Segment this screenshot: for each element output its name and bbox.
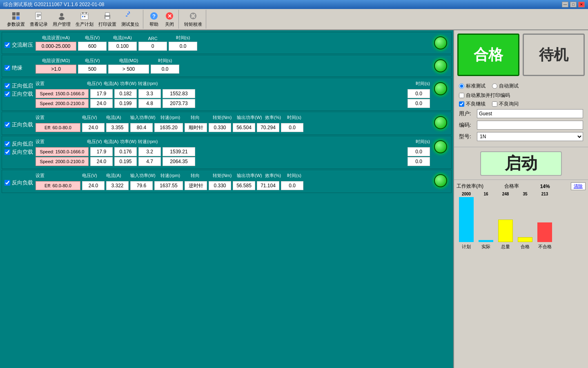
ac-voltage-checkbox-group: 交流耐压 [4,41,33,49]
fl-time-val: 0.0 [281,123,303,132]
fl-speed-val: 1635.20 [154,123,183,132]
insulation-led [434,59,447,72]
rload-dir-val: 逆时针 [185,181,207,190]
rl-speed-label: 转速(rpm) [138,139,158,145]
code-input[interactable] [477,121,583,130]
pass-button[interactable]: 合格 [457,34,519,76]
help-button[interactable]: ? 帮助 [147,10,161,29]
toolbar-group-calibrate: 转矩校准 [180,10,206,29]
records-button[interactable]: 查看记录 [28,10,50,29]
ac-voltage-label2: 电压(V) [85,35,100,41]
minimize-button[interactable]: — [562,2,568,7]
plan-button[interactable]: 生产计划 [74,10,96,29]
forward-low-checkboxes: 正向低启 正向空载 [4,82,33,98]
ac-voltage-checkbox[interactable] [4,42,10,48]
reverse-low-led [434,140,447,153]
stats-clear-button[interactable]: 清除 [571,182,586,190]
help-icon: ? [149,11,159,21]
reverse-low-cb2: 反向空载 [4,148,33,156]
user-input[interactable]: Guest [477,109,583,118]
bar-total-fill [498,220,513,242]
defect-query-checkbox[interactable] [492,101,497,107]
ac-current-setting-col: 电流设置(mA) 0.000-25.000 [36,35,76,51]
forward-low-checkbox[interactable] [4,83,10,89]
test-panel: 交流耐压 电流设置(mA) 0.000-25.000 电压(V) 600 [0,30,453,368]
auto-test-radio-item: 自动测试 [492,83,519,90]
reverse-noload-checkbox[interactable] [4,149,10,155]
rload-speed-lbl: 转速(rpm) [160,173,189,179]
auto-test-radio[interactable] [492,83,497,89]
fl-torque-val: 0.330 [209,123,231,132]
ac-time-value: 0.0 [169,42,197,51]
ac-voltage-section: 交流耐压 电流设置(mA) 0.000-25.000 电压(V) 600 [2,32,452,54]
rl-current-header: 电流(A) [104,139,119,146]
standard-test-label: 标准测试 [466,83,486,90]
insulation-row: 电阻设置(MΩ) >1.0 电压(V) 500 电阻(MΩ) > 500 时 [36,58,430,74]
auto-accumulate-checkbox[interactable] [459,93,464,98]
rload-setting-lbl: 设置 [36,173,80,179]
forward-low-power-header: 功率(W) [120,81,136,88]
rload-torque-val: 0.330 [209,181,231,190]
fl-current-val: 3.355 [106,123,129,132]
maximize-button[interactable]: □ [570,2,577,7]
rl-time-label: 时间(s) [416,139,430,145]
pass-rate-label: 合格率 [504,183,519,190]
insulation-checkbox[interactable] [4,65,10,71]
restore-button[interactable]: 测试复位 [119,10,141,29]
defect-continue-checkbox[interactable] [459,101,464,107]
forward-low-voltage2: 24.0 [90,99,113,108]
svg-point-8 [60,13,63,16]
forward-low-time1: 0.0 [408,89,430,98]
status-buttons-area: 合格 待机 [454,30,588,79]
calibrate-label: 转矩校准 [184,21,202,27]
print-button[interactable]: 打印设置 [96,10,118,29]
reverse-low-header: 反向低启 反向空载 设置 电压(V) [4,139,449,166]
ac-arc-value: 0 [138,42,167,51]
rload-input-power-lbl: 输入功率(W) [130,173,159,179]
users-button[interactable]: 用户管理 [51,10,73,29]
forward-noload-label: 正向空载 [12,90,33,98]
forward-load-checkbox[interactable] [4,122,10,128]
close-button[interactable]: ✕ 关闭 [162,10,177,29]
bar-plan-bar [458,197,474,242]
insulation-header: 绝缘 电阻设置(MΩ) >1.0 电压(V) 500 电阻(MΩ) [4,58,449,74]
standard-test-radio[interactable] [459,83,464,89]
forward-low-data: 设置 电压(V) 电流(A) 功率(W) 转速(rpm) [36,81,430,108]
forward-noload-checkbox[interactable] [4,91,10,97]
svg-rect-0 [12,12,16,16]
forward-low-cb1: 正向低启 [4,82,33,90]
forward-low-labels-row: 设置 电压(V) 电流(A) 功率(W) 转速(rpm) [36,81,430,88]
standby-button[interactable]: 待机 [523,34,585,76]
close-window-button[interactable]: ✕ [578,2,585,7]
forward-low-current-header: 电流(A) [104,81,119,88]
defect-query-row: 不良询问 [492,101,519,108]
fl-time-lbl: 时间(s) [287,114,307,121]
svg-rect-2 [12,16,16,20]
insulation-label: 绝缘 [12,64,22,72]
settings-button[interactable]: 参数设置 [5,10,27,29]
rl-setting-label: 设置 [36,139,45,145]
forward-low-time-header: 时间(s) [416,81,430,88]
forward-low-time2: 0.0 [408,99,430,108]
model-select[interactable]: 1N [477,132,583,141]
forward-low-power2: 4.8 [138,99,161,108]
reverse-low-row2: Speed: 2000.0-2100.0 24.0 0.195 4.7 2064… [36,157,430,166]
bar-pass-bar [517,197,533,242]
options-panel: 标准测试 自动测试 自动累加并打印编码 不良继续 [454,79,588,147]
insulation-time-label: 时间(s) [158,58,172,64]
insulation-data: 电阻设置(MΩ) >1.0 电压(V) 500 电阻(MΩ) > 500 时 [36,58,430,74]
fl-speed-lbl: 转速(rpm) [160,114,189,121]
ac-voltage-row: 电流设置(mA) 0.000-25.000 电压(V) 600 电流(mA) 0… [36,35,430,51]
records-label: 查看记录 [30,21,48,27]
restore-icon [125,11,135,21]
rload-setting-val: Eff: 60.0-80.0 [36,181,80,190]
forward-low-speed-label: 转速(rpm) [138,81,158,87]
fl-setting-val: Eff: 60.0-80.0 [36,123,80,132]
restore-label: 测试复位 [121,21,139,27]
reverse-load-checkbox[interactable] [4,180,10,186]
defect-options-row: 不良继续 不良询问 [459,101,583,109]
start-button[interactable]: 启动 [480,151,562,176]
calibrate-button[interactable]: 转矩校准 [182,10,204,29]
insulation-voltage-col: 电压(V) 500 [78,58,107,74]
reverse-low-checkbox[interactable] [4,141,10,147]
